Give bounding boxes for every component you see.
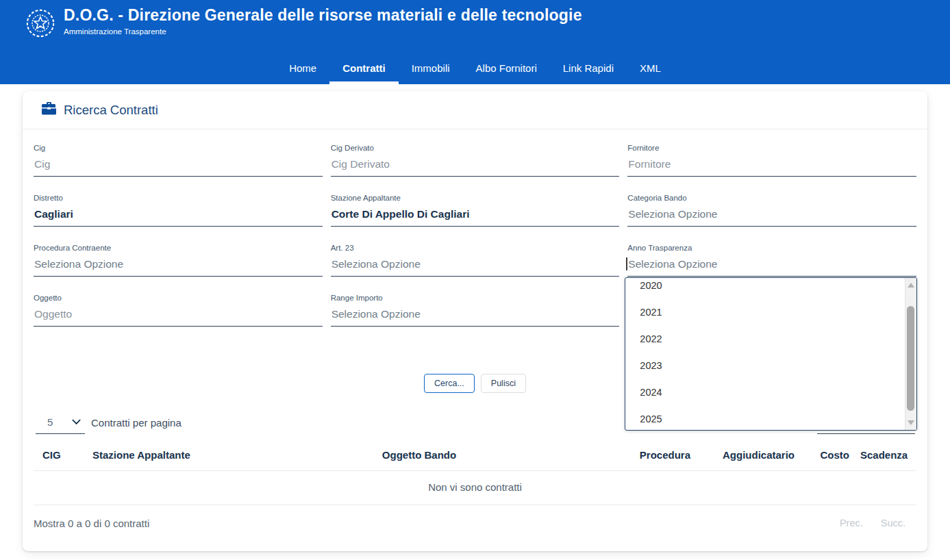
scroll-up-arrow-icon[interactable] <box>908 283 914 288</box>
cig-derivato-label: Cig Derivato <box>331 144 620 153</box>
results-table-wrap: CIG Stazione Appaltante Oggetto Bando Pr… <box>23 434 927 505</box>
nav-home[interactable]: Home <box>276 54 329 84</box>
fornitore-label: Fornitore <box>627 144 916 153</box>
empty-message: Non vi sono contratti <box>34 471 916 505</box>
results-table: CIG Stazione Appaltante Oggetto Bando Pr… <box>34 434 916 505</box>
nav-immobili[interactable]: Immobili <box>399 54 463 84</box>
cig-input[interactable] <box>34 158 323 177</box>
procedura-contraente-select[interactable]: Seleziona Opzione <box>34 258 323 277</box>
field-fornitore: Fornitore <box>627 144 916 177</box>
categoria-bando-select[interactable]: Seleziona Opzione <box>627 208 916 227</box>
oggetto-input[interactable] <box>34 308 323 327</box>
col-header-procedura: Procedura <box>566 434 696 471</box>
distretto-select[interactable]: Cagliari <box>34 208 323 227</box>
clear-button[interactable]: Pulisci <box>481 374 526 393</box>
field-anno-trasparenza: Anno Trasparenza Seleziona Opzione 2020 … <box>627 244 916 277</box>
anno-option-2023[interactable]: 2023 <box>625 352 905 379</box>
table-footer: Mostra 0 a 0 di 0 contratti Prec. Succ. <box>23 505 927 529</box>
chevron-down-icon <box>72 416 81 428</box>
search-card-header: Ricerca Contratti <box>23 91 927 129</box>
per-page-value: 5 <box>47 417 53 428</box>
field-stazione-appaltante: Stazione Appaltante Corte Di Appello Di … <box>331 194 620 227</box>
brand: D.O.G. - Direzione Generale delle risors… <box>25 6 582 42</box>
table-header-row: CIG Stazione Appaltante Oggetto Bando Pr… <box>34 434 916 471</box>
field-oggetto: Oggetto <box>34 294 323 327</box>
nav-contratti[interactable]: Contratti <box>329 54 399 84</box>
main-nav: Home Contratti Immobili Albo Fornitori L… <box>0 54 950 84</box>
per-page-label: Contratti per pagina <box>91 417 182 434</box>
anno-trasparenza-label: Anno Trasparenza <box>627 244 916 253</box>
anno-option-2025[interactable]: 2025 <box>625 405 905 431</box>
search-button[interactable]: Cerca... <box>424 374 475 393</box>
pagination: Prec. Succ. <box>840 518 916 529</box>
nav-albo-fornitori[interactable]: Albo Fornitori <box>463 54 550 84</box>
field-cig: Cig <box>34 144 323 177</box>
text-caret <box>626 257 627 270</box>
cig-derivato-input[interactable] <box>331 158 620 177</box>
categoria-bando-label: Categoria Bando <box>627 194 916 203</box>
pagination-next[interactable]: Succ. <box>881 518 905 529</box>
per-page-select[interactable]: 5 <box>36 416 85 434</box>
pagination-prev[interactable]: Prec. <box>840 518 863 529</box>
art-23-select[interactable]: Seleziona Opzione <box>331 258 620 277</box>
page-title: Ricerca Contratti <box>64 103 158 118</box>
anno-trasparenza-dropdown: 2020 2021 2022 2023 2024 2025 <box>625 277 917 431</box>
field-art-23: Art. 23 Seleziona Opzione <box>331 244 620 277</box>
fornitore-input[interactable] <box>627 158 916 177</box>
search-card: Ricerca Contratti Cig Cig Derivato Forni… <box>23 91 927 551</box>
stazione-appaltante-select[interactable]: Corte Di Appello Di Cagliari <box>331 208 620 227</box>
app-title: D.O.G. - Direzione Generale delle risors… <box>64 6 582 25</box>
field-procedura-contraente: Procedura Contraente Seleziona Opzione <box>34 244 323 277</box>
italy-emblem-logo[interactable] <box>25 6 56 42</box>
col-header-aggiudicatario: Aggiudicatario <box>696 434 800 471</box>
nav-xml[interactable]: XML <box>627 54 674 84</box>
range-importo-label: Range Importo <box>331 294 620 303</box>
search-form: Cig Cig Derivato Fornitore Distretto Cag… <box>23 129 927 344</box>
field-range-importo: Range Importo Seleziona Opzione <box>331 294 620 327</box>
anno-trasparenza-select[interactable]: Seleziona Opzione <box>627 258 916 277</box>
anno-option-2022[interactable]: 2022 <box>625 325 905 352</box>
oggetto-label: Oggetto <box>34 294 323 303</box>
results-summary: Mostra 0 a 0 di 0 contratti <box>34 518 149 529</box>
app-header: D.O.G. - Direzione Generale delle risors… <box>0 0 950 84</box>
field-categoria-bando: Categoria Bando Seleziona Opzione <box>627 194 916 227</box>
dropdown-scrollbar[interactable] <box>905 278 916 430</box>
range-importo-select[interactable]: Seleziona Opzione <box>331 308 620 327</box>
anno-option-2020[interactable]: 2020 <box>625 277 905 298</box>
anno-option-2024[interactable]: 2024 <box>625 379 905 405</box>
briefcase-icon <box>42 102 56 118</box>
anno-option-2021[interactable]: 2021 <box>625 298 905 325</box>
app-subtitle: Amministrazione Trasparente <box>64 27 582 36</box>
stazione-appaltante-label: Stazione Appaltante <box>331 194 620 203</box>
procedura-contraente-label: Procedura Contraente <box>34 244 323 253</box>
scroll-down-arrow-icon[interactable] <box>908 420 914 425</box>
field-cig-derivato: Cig Derivato <box>331 144 620 177</box>
col-header-costo: Costo <box>800 434 855 471</box>
field-distretto: Distretto Cagliari <box>34 194 323 227</box>
cig-label: Cig <box>34 144 323 153</box>
anno-options-list: 2020 2021 2022 2023 2024 2025 <box>625 277 905 430</box>
scrollbar-thumb[interactable] <box>907 306 914 411</box>
art-23-label: Art. 23 <box>331 244 620 253</box>
distretto-label: Distretto <box>34 194 323 203</box>
col-header-cig: CIG <box>34 434 87 471</box>
empty-row: Non vi sono contratti <box>34 471 916 505</box>
nav-link-rapidi[interactable]: Link Rapidi <box>550 54 627 84</box>
col-header-scadenza: Scadenza <box>855 434 916 471</box>
col-header-oggetto-bando: Oggetto Bando <box>272 434 566 471</box>
col-header-stazione-appaltante: Stazione Appaltante <box>87 434 272 471</box>
